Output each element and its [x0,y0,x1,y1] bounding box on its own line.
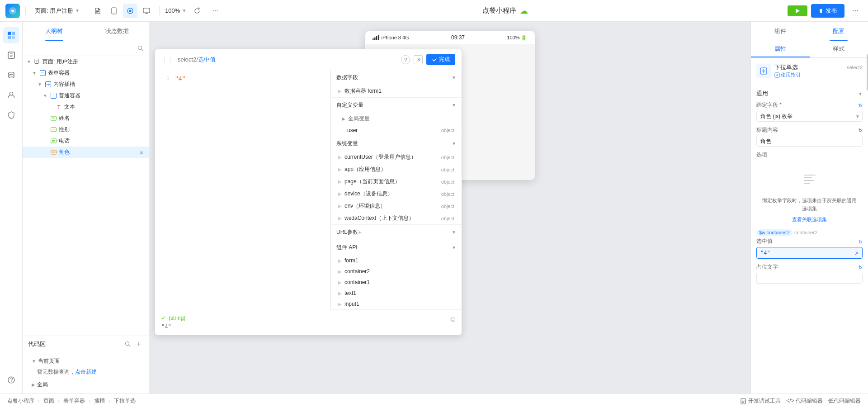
refresh-icon[interactable] [190,4,204,18]
data-item-input1[interactable]: ▶ input1 [331,299,462,309]
data-item-text1[interactable]: ▶ text1 [331,288,462,299]
page-selector[interactable]: 页面: 用户注册 ▼ [31,5,83,17]
code-editor-tool[interactable]: </> 代码编辑器 [786,397,823,405]
tab-styles[interactable]: 样式 [810,41,868,57]
expr-copy-icon[interactable]: ⧉ [450,315,455,323]
prop-selected-value[interactable]: "4" ↗ [756,247,863,259]
tree-item-text[interactable]: ▼ T 文本 ⊞ [23,101,149,113]
lowcode-tool[interactable]: 低代码编辑器 [828,397,861,405]
left-icon-shield[interactable] [3,107,19,123]
options-link[interactable]: 查看关联选项集 [756,216,863,223]
left-icon-pages[interactable] [3,27,19,43]
app-label: app（应用信息） [344,166,439,173]
run-button[interactable] [788,5,807,16]
left-icon-data[interactable] [3,67,19,83]
tree-add-text-action[interactable]: ⊞ [138,104,145,111]
zoom-selector[interactable]: 100% ▼ [165,7,186,14]
code-add-button[interactable]: + [134,340,143,349]
tab-components-label: 组件 [774,28,786,34]
monitor-icon[interactable] [139,4,154,18]
left-icon-help[interactable] [3,372,19,388]
data-url-header[interactable]: URL参数 + ▼ [331,225,462,240]
tree-item-name[interactable]: ▼ 姓名 [23,113,149,124]
svg-rect-25 [51,116,56,120]
data-global-vars-header[interactable]: ▶ 全局变量 [331,113,462,125]
expr-editor[interactable]: 1 "4" [155,70,330,310]
debug-tool[interactable]: 开发调试工具 [740,397,781,405]
selected-val-edit-icon[interactable]: ↗ [855,249,859,256]
tree-search-action[interactable] [138,58,145,66]
data-item-weda[interactable]: ▶ wedaContext（上下文信息） object [331,212,462,224]
data-fields-header[interactable]: 数据字段 ▼ [331,70,462,85]
code-current-page[interactable]: ▼ 当前页面 [28,356,143,366]
prop-placeholder-input[interactable] [756,273,863,284]
url-add-icon[interactable]: + [358,229,362,236]
tree-item-phone[interactable]: ▼ 电话 [23,135,149,147]
code-global[interactable]: ▶ 全局 [28,380,143,390]
tab-props-label: 属性 [774,45,786,52]
tab-config[interactable]: 配置 [810,22,868,41]
data-item-app[interactable]: ▶ app（应用信息） object [331,163,462,176]
data-item-form1[interactable]: ▶ 数据容器 form1 [331,85,462,97]
prop-binding-select[interactable]: 角色 (js) 枚举 [756,111,863,122]
code-create-link[interactable]: 点击新建 [75,369,97,375]
comp-link[interactable]: 使用指引 [774,71,863,78]
prop-title-input[interactable] [756,136,863,147]
expr-complete-button[interactable]: 完成 [426,54,455,65]
prop-group-general-arrow[interactable]: ▼ [858,91,863,96]
placeholder-fx-button[interactable]: fx [859,265,863,270]
code-area-header: 代码区 + [23,336,149,352]
topbar-more-button[interactable]: ··· [848,4,863,18]
page-selector-arrow: ▼ [75,8,80,13]
prop-options-label: 选项 [756,151,863,159]
data-item-device[interactable]: ▶ device（设备信息） object [331,188,462,200]
data-item-env[interactable]: ▶ env（环境信息） object [331,200,462,212]
cloud-icon: ☁ [520,6,528,16]
left-icon-outline[interactable] [3,47,19,63]
tree-item-page[interactable]: ▼ 页面: 用户注册 [23,56,149,67]
tree-search-button[interactable] [136,44,145,53]
left-icon-users[interactable] [3,87,19,103]
expr-drag-handle[interactable]: ⋮⋮ [161,56,174,63]
tab-outline[interactable]: 大纲树 [23,22,86,41]
tree-item-gender[interactable]: ▼ 性别 [23,124,149,135]
name-field-icon [50,115,57,122]
data-item-currentuser[interactable]: ▶ currentUser（登录用户信息） object [331,151,462,163]
data-item-container1[interactable]: ▶ container1 [331,277,462,288]
data-item-user[interactable]: user object [331,125,462,136]
title-fx-button[interactable]: fx [859,128,863,133]
cu-type: object [441,155,454,160]
preview-icon[interactable] [123,4,137,18]
tree-role-more[interactable]: ≡ [138,149,145,156]
divider2 [159,6,160,15]
tree-add-action[interactable]: ⊞ [138,70,145,77]
data-item-form1-api[interactable]: ▶ form1 [331,255,462,266]
tree-item-form[interactable]: ▼ 表单容器 ⊞ [23,67,149,79]
right-panel: 组件 配置 属性 样式 下拉单选 select2 [750,22,868,394]
more-settings-icon[interactable]: ··· [208,4,222,18]
data-item-container2[interactable]: ▶ container2 [331,266,462,277]
code-content: "4" [175,76,185,82]
tab-props[interactable]: 属性 [751,41,810,57]
data-custom-header[interactable]: 自定义变量 ▼ [331,98,462,113]
role-icon [50,149,57,156]
binding-fx-button[interactable]: fx [859,103,863,108]
tab-components[interactable]: 组件 [751,22,810,41]
data-system-header[interactable]: 系统变量 ▼ [331,136,462,151]
tree-item-slot[interactable]: ▼ 内容插槽 [23,79,149,90]
tree-add-action2[interactable]: ⊞ [138,92,145,100]
expr-expand-button[interactable]: ⊡ [414,55,423,64]
tree-item-container[interactable]: ▼ 普通容器 ⊞ [23,90,149,101]
tree-item-role[interactable]: ▼ 角色 ≡ [23,147,149,158]
code-search-button[interactable] [123,340,132,349]
expr-help-button[interactable]: ? [401,55,410,64]
phone-icon[interactable] [107,4,121,18]
document-icon[interactable] [90,4,105,18]
weda-arrow: ▶ [338,216,342,221]
data-api-header[interactable]: 组件 API ▼ [331,240,462,255]
publish-button[interactable]: 发布 [811,4,844,18]
selected-fx-button[interactable]: fx [859,239,863,244]
tab-state[interactable]: 状态数据 [86,22,149,41]
data-item-page[interactable]: ▶ page（当前页面信息） object [331,176,462,188]
env-type: object [441,204,454,209]
